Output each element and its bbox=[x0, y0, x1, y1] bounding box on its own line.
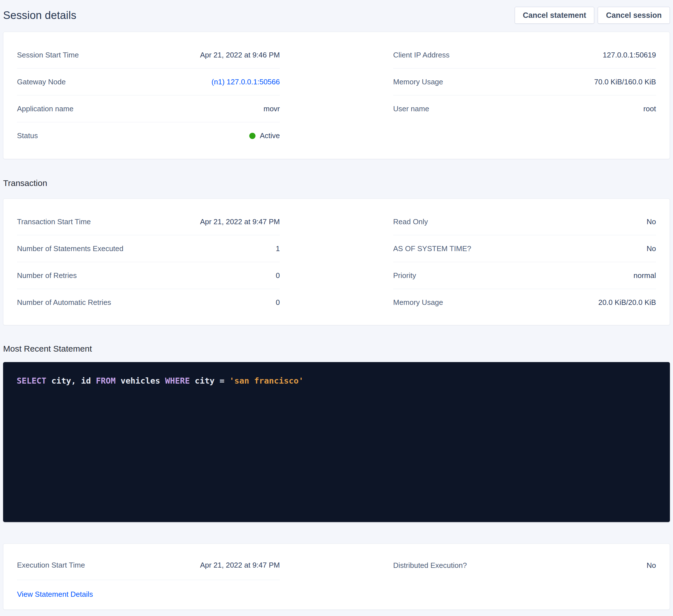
row-label: Number of Retries bbox=[17, 271, 77, 280]
row-automatic-retries: Number of Automatic Retries 0 bbox=[17, 289, 280, 316]
transaction-card-left-column: Transaction Start Time Apr 21, 2022 at 9… bbox=[17, 208, 280, 316]
row-statements-executed: Number of Statements Executed 1 bbox=[17, 235, 280, 262]
row-label: Memory Usage bbox=[393, 298, 443, 307]
gateway-node-link[interactable]: (n1) 127.0.0.1:50566 bbox=[212, 77, 280, 86]
status-active-icon bbox=[249, 133, 255, 139]
transaction-heading: Transaction bbox=[3, 177, 670, 190]
most-recent-statement-heading: Most Recent Statement bbox=[3, 342, 670, 355]
row-label: Status bbox=[17, 131, 38, 140]
sql-token: city = bbox=[190, 376, 229, 385]
row-number-of-retries: Number of Retries 0 bbox=[17, 262, 280, 289]
sql-token: FROM bbox=[96, 376, 116, 385]
session-details-card: Session Start Time Apr 21, 2022 at 9:46 … bbox=[3, 32, 670, 159]
row-label: User name bbox=[393, 104, 429, 113]
row-value: Apr 21, 2022 at 9:47 PM bbox=[200, 218, 280, 226]
page-header: Session details Cancel statement Cancel … bbox=[3, 0, 670, 32]
row-label: Memory Usage bbox=[393, 77, 443, 86]
row-priority: Priority normal bbox=[393, 262, 656, 289]
header-actions: Cancel statement Cancel session bbox=[515, 7, 670, 24]
row-session-start-time: Session Start Time Apr 21, 2022 at 9:46 … bbox=[17, 42, 280, 68]
row-label: Execution Start Time bbox=[17, 561, 85, 570]
row-gateway-node: Gateway Node (n1) 127.0.0.1:50566 bbox=[17, 68, 280, 95]
row-value: Apr 21, 2022 at 9:46 PM bbox=[200, 51, 280, 59]
transaction-card-right-column: Read Only No AS OF SYSTEM TIME? No Prior… bbox=[393, 208, 656, 316]
sql-statement: SELECT city, id FROM vehicles WHERE city… bbox=[17, 375, 656, 386]
row-value: 127.0.0.1:50619 bbox=[603, 51, 656, 59]
row-as-of-system-time: AS OF SYSTEM TIME? No bbox=[393, 235, 656, 262]
status-badge: Active bbox=[249, 131, 280, 140]
row-label: Priority bbox=[393, 271, 416, 280]
row-label: Distributed Execution? bbox=[393, 561, 467, 570]
session-card-right-column: Client IP Address 127.0.0.1:50619 Memory… bbox=[393, 42, 656, 149]
row-label: Transaction Start Time bbox=[17, 218, 91, 226]
sql-token: 'san francisco' bbox=[229, 376, 304, 385]
row-label: Application name bbox=[17, 104, 73, 113]
sql-token: vehicles bbox=[116, 376, 165, 385]
row-user-name: User name root bbox=[393, 95, 656, 122]
row-memory-usage: Memory Usage 70.0 KiB/160.0 KiB bbox=[393, 68, 656, 95]
row-label: AS OF SYSTEM TIME? bbox=[393, 244, 471, 253]
view-statement-details-link[interactable]: View Statement Details bbox=[17, 590, 93, 599]
row-value: 1 bbox=[276, 244, 280, 253]
row-read-only: Read Only No bbox=[393, 208, 656, 235]
row-value: root bbox=[643, 104, 656, 113]
execution-card-left-column: Execution Start Time Apr 21, 2022 at 9:4… bbox=[17, 551, 280, 608]
row-label: Number of Automatic Retries bbox=[17, 298, 111, 307]
row-application-name: Application name movr bbox=[17, 95, 280, 122]
row-value: 0 bbox=[276, 298, 280, 307]
row-value: 70.0 KiB/160.0 KiB bbox=[594, 77, 656, 86]
row-label: Client IP Address bbox=[393, 51, 450, 59]
row-value: normal bbox=[634, 271, 656, 280]
status-text: Active bbox=[260, 131, 280, 140]
row-label: Number of Statements Executed bbox=[17, 244, 124, 253]
row-value: No bbox=[647, 218, 656, 226]
row-client-ip: Client IP Address 127.0.0.1:50619 bbox=[393, 42, 656, 68]
sql-token: SELECT bbox=[17, 376, 46, 385]
cancel-session-button[interactable]: Cancel session bbox=[598, 7, 670, 24]
execution-card-right-column: Distributed Execution? No bbox=[393, 551, 656, 608]
row-value: No bbox=[647, 244, 656, 253]
row-label: Session Start Time bbox=[17, 51, 79, 59]
page-title: Session details bbox=[3, 9, 76, 21]
row-value: No bbox=[647, 561, 656, 570]
execution-details-card: Execution Start Time Apr 21, 2022 at 9:4… bbox=[3, 544, 670, 610]
row-distributed-execution: Distributed Execution? No bbox=[393, 551, 656, 580]
row-value: movr bbox=[263, 104, 280, 113]
row-txn-memory-usage: Memory Usage 20.0 KiB/20.0 KiB bbox=[393, 289, 656, 316]
row-label: Gateway Node bbox=[17, 77, 66, 86]
view-statement-details-row: View Statement Details bbox=[17, 580, 280, 608]
row-value: 20.0 KiB/20.0 KiB bbox=[598, 298, 656, 307]
sql-token: city, id bbox=[46, 376, 96, 385]
row-execution-start-time: Execution Start Time Apr 21, 2022 at 9:4… bbox=[17, 551, 280, 580]
sql-statement-box: SELECT city, id FROM vehicles WHERE city… bbox=[3, 362, 670, 522]
row-value: Apr 21, 2022 at 9:47 PM bbox=[200, 561, 280, 570]
row-status: Status Active bbox=[17, 122, 280, 149]
cancel-statement-button[interactable]: Cancel statement bbox=[515, 7, 595, 24]
transaction-card: Transaction Start Time Apr 21, 2022 at 9… bbox=[3, 199, 670, 325]
row-transaction-start-time: Transaction Start Time Apr 21, 2022 at 9… bbox=[17, 208, 280, 235]
row-value: 0 bbox=[276, 271, 280, 280]
row-label: Read Only bbox=[393, 218, 428, 226]
sql-token: WHERE bbox=[165, 376, 190, 385]
session-card-left-column: Session Start Time Apr 21, 2022 at 9:46 … bbox=[17, 42, 280, 149]
